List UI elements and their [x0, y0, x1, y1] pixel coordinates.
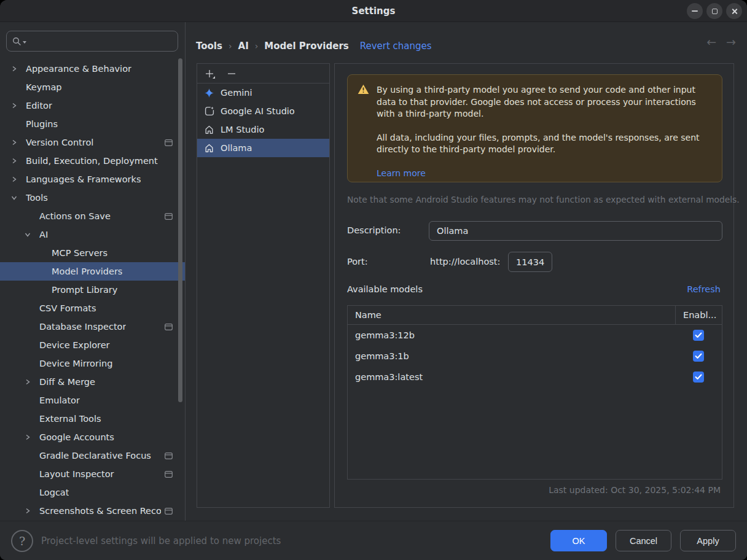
model-enabled-checkbox[interactable]	[693, 330, 704, 341]
warning-icon	[358, 84, 369, 173]
sidebar-item-build-execution-deployment[interactable]: Build, Execution, Deployment	[0, 152, 185, 170]
chevron-right-icon[interactable]	[23, 378, 32, 386]
sidebar-item-label: Model Providers	[52, 266, 122, 276]
sidebar-item-device-explorer[interactable]: Device Explorer	[0, 336, 185, 354]
model-name: gemma3:1b	[348, 351, 675, 361]
sidebar-item-plugins[interactable]: Plugins	[0, 115, 185, 133]
models-table: Name Enabl... gemma3:12b gemma3:1b g	[347, 305, 722, 480]
refresh-link[interactable]: Refresh	[687, 284, 721, 294]
help-icon[interactable]	[11, 530, 33, 552]
sidebar-item-ai[interactable]: AI	[0, 225, 185, 244]
breadcrumb-ai[interactable]: AI	[238, 41, 249, 52]
sidebar-item-label: Device Explorer	[39, 340, 110, 350]
sidebar-item-label: Diff & Merge	[39, 377, 95, 387]
remove-provider-button[interactable]	[225, 67, 238, 80]
description-label: Description:	[347, 225, 401, 235]
sidebar-item-emulator[interactable]: Emulator	[0, 391, 185, 410]
breadcrumb-model-providers[interactable]: Model Providers	[264, 41, 348, 52]
model-enabled-checkbox[interactable]	[693, 351, 704, 362]
provider-item-ollama[interactable]: Ollama	[197, 139, 329, 157]
warning-paragraph-1: By using a third-party model you agree t…	[377, 84, 712, 120]
chevron-right-icon[interactable]	[10, 101, 18, 110]
sidebar-item-actions-on-save[interactable]: Actions on Save	[0, 207, 185, 225]
breadcrumb-tools[interactable]: Tools	[196, 41, 222, 52]
sidebar-item-editor[interactable]: Editor	[0, 96, 185, 115]
sidebar-item-google-accounts[interactable]: Google Accounts	[0, 428, 185, 446]
breadcrumb-separator: ›	[255, 41, 259, 51]
warning-paragraph-2: All data, including your files, prompts,…	[377, 132, 712, 156]
sidebar-item-logcat[interactable]: Logcat	[0, 483, 185, 502]
sidebar-item-layout-inspector[interactable]: Layout Inspector	[0, 465, 185, 483]
column-header-enabled[interactable]: Enabl...	[675, 306, 722, 324]
sidebar-item-label: Keymap	[26, 82, 62, 92]
close-button[interactable]	[726, 3, 742, 19]
sidebar-item-keymap[interactable]: Keymap	[0, 78, 185, 96]
sidebar-item-appearance-behavior[interactable]: Appearance & Behavior	[0, 60, 185, 78]
add-provider-button[interactable]	[203, 67, 216, 80]
provider-label: LM Studio	[221, 125, 264, 134]
gemini-icon	[204, 88, 214, 98]
provider-item-google-ai-studio[interactable]: Google AI Studio	[197, 102, 329, 120]
external-models-note: Note that some Android Studio features m…	[347, 195, 740, 204]
sidebar-item-screenshots-screen-recording[interactable]: Screenshots & Screen Recordi	[0, 502, 185, 520]
close-icon	[731, 8, 738, 15]
sidebar-item-external-tools[interactable]: External Tools	[0, 410, 185, 428]
settings-search-box[interactable]	[6, 31, 178, 52]
sidebar-item-mcp-servers[interactable]: MCP Servers	[0, 244, 185, 262]
table-row[interactable]: gemma3:1b	[348, 346, 722, 367]
apply-button[interactable]: Apply	[680, 530, 736, 551]
sidebar-item-diff-merge[interactable]: Diff & Merge	[0, 373, 185, 391]
sidebar-scrollbar[interactable]	[178, 58, 182, 402]
check-icon	[695, 374, 702, 380]
chevron-down-icon[interactable]	[23, 230, 32, 239]
search-input[interactable]	[28, 36, 172, 46]
chevron-right-icon[interactable]	[10, 64, 18, 73]
screen-icon	[161, 471, 173, 478]
port-prefix: http://localhost:	[430, 257, 500, 266]
sidebar-item-tools[interactable]: Tools	[0, 189, 185, 207]
sidebar-item-device-mirroring[interactable]: Device Mirroring	[0, 354, 185, 373]
dialog-footer: Project-level settings will be applied t…	[0, 521, 747, 560]
cancel-button[interactable]: Cancel	[616, 530, 671, 551]
provider-list-panel: Gemini Google AI Studio LM Studio Ollama	[197, 63, 330, 508]
sidebar-item-prompt-library[interactable]: Prompt Library	[0, 281, 185, 299]
table-row[interactable]: gemma3:latest	[348, 367, 722, 387]
port-field[interactable]	[508, 252, 552, 272]
available-models-label: Available models	[347, 284, 423, 294]
sidebar-item-model-providers[interactable]: Model Providers	[0, 262, 185, 281]
model-enabled-checkbox[interactable]	[693, 371, 704, 383]
provider-toolbar	[197, 64, 329, 84]
provider-detail-panel: By using a third-party model you agree t…	[334, 63, 734, 508]
maximize-button[interactable]	[706, 3, 722, 19]
learn-more-link[interactable]: Learn more	[377, 168, 426, 178]
title-bar: Settings	[0, 0, 747, 22]
house-icon	[204, 125, 214, 134]
sidebar-item-label: Appearance & Behavior	[26, 64, 131, 74]
description-field[interactable]	[429, 221, 722, 241]
forward-arrow-icon[interactable]: →	[726, 35, 736, 49]
sidebar-item-label: Emulator	[39, 395, 80, 405]
search-icon	[12, 37, 22, 46]
chevron-down-icon[interactable]	[10, 193, 18, 202]
chevron-right-icon[interactable]	[23, 433, 32, 441]
sidebar-item-gradle-declarative-focus[interactable]: Gradle Declarative Focus	[0, 446, 185, 465]
sidebar-item-label: Languages & Frameworks	[26, 174, 141, 184]
sidebar-item-database-inspector[interactable]: Database Inspector	[0, 317, 185, 336]
chevron-right-icon[interactable]	[10, 175, 18, 184]
chevron-right-icon[interactable]	[23, 507, 32, 515]
minimize-button[interactable]	[687, 3, 703, 19]
sidebar-item-csv-formats[interactable]: CSV Formats	[0, 299, 185, 317]
table-row[interactable]: gemma3:12b	[348, 325, 722, 346]
check-icon	[695, 353, 702, 359]
sidebar-item-version-control[interactable]: Version Control	[0, 133, 185, 152]
provider-item-gemini[interactable]: Gemini	[197, 84, 329, 102]
ok-button[interactable]: OK	[550, 530, 607, 551]
sidebar-item-languages-frameworks[interactable]: Languages & Frameworks	[0, 170, 185, 189]
chevron-right-icon[interactable]	[10, 157, 18, 165]
provider-item-lm-studio[interactable]: LM Studio	[197, 120, 329, 139]
column-header-name[interactable]: Name	[348, 310, 675, 320]
revert-changes-link[interactable]: Revert changes	[360, 41, 432, 52]
back-arrow-icon[interactable]: ←	[706, 35, 716, 49]
chevron-right-icon[interactable]	[10, 138, 18, 147]
search-options-caret-icon[interactable]	[23, 41, 26, 44]
